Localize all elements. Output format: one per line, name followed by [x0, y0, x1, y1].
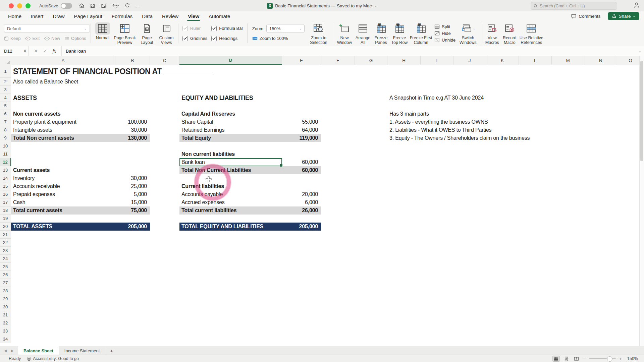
arrange-all-button[interactable]: Arrange All: [354, 21, 372, 46]
status-normal-view-button[interactable]: [552, 356, 560, 362]
cell-E18[interactable]: 26,000: [282, 206, 321, 215]
column-header-E[interactable]: E: [282, 56, 321, 65]
cell-D20[interactable]: TOTAL EQUITY AND LIABILITIES: [179, 223, 282, 231]
select-all-corner[interactable]: [0, 56, 11, 65]
autosave-toggle[interactable]: [61, 3, 72, 9]
zoom-to-selection-button[interactable]: Zoom to Selection: [307, 21, 331, 46]
keep-sheet-view-button[interactable]: Keep: [4, 36, 20, 41]
zoom-slider[interactable]: [589, 358, 616, 359]
cell-D9[interactable]: Total Equity: [179, 134, 282, 142]
row-header-26[interactable]: 26: [0, 271, 11, 279]
cell-A17[interactable]: Cash: [11, 198, 25, 206]
formula-enter-icon[interactable]: ✓: [43, 48, 47, 54]
sheet-view-options-button[interactable]: Options: [65, 36, 86, 41]
cell-A18[interactable]: Total current assets: [11, 206, 115, 215]
row-header-30[interactable]: 30: [0, 303, 11, 311]
row-header-8[interactable]: 8: [0, 126, 11, 134]
new-sheet-view-button[interactable]: New: [44, 36, 60, 41]
name-box[interactable]: D12 ▲▼: [0, 46, 29, 56]
save-as-icon[interactable]: [101, 3, 106, 8]
freeze-first-column-button[interactable]: ✳ Freeze First Column: [409, 21, 433, 46]
row-header-25[interactable]: 25: [0, 263, 11, 271]
row-header-20[interactable]: 20: [0, 223, 11, 231]
cell-B15[interactable]: 25,000: [115, 182, 150, 190]
name-box-stepper[interactable]: ▲▼: [24, 49, 26, 53]
column-header-A[interactable]: A: [11, 56, 115, 65]
cell-H7[interactable]: 1. Assets - everything the business OWNS: [387, 118, 488, 126]
document-title[interactable]: Basic Financial Statements — Saved to my…: [275, 3, 372, 8]
row-header-3[interactable]: 3: [0, 86, 11, 94]
hide-button[interactable]: Hide: [434, 31, 455, 36]
cell-A9[interactable]: Total Non current assets: [11, 134, 115, 142]
ribbon-tab-automate[interactable]: Automate: [204, 11, 235, 21]
cell-E16[interactable]: 20,000: [282, 190, 321, 198]
row-header-22[interactable]: 22: [0, 239, 11, 247]
view-macros-button[interactable]: View Macros: [483, 21, 501, 46]
headings-checkbox[interactable]: Headings: [211, 36, 243, 41]
cell-B17[interactable]: 15,000: [115, 198, 150, 206]
cell-A16[interactable]: Prepaid expenses: [11, 190, 55, 198]
row-header-11[interactable]: 11: [0, 150, 11, 158]
row-header-32[interactable]: 32: [0, 319, 11, 327]
column-header-H[interactable]: H: [387, 56, 421, 65]
cell-E12[interactable]: 60,000: [282, 158, 321, 166]
zoom-level-dropdown[interactable]: 150% ⌄: [266, 24, 305, 33]
row-header-1[interactable]: 1: [0, 65, 11, 78]
ribbon-tab-data[interactable]: Data: [137, 11, 157, 21]
column-header-G[interactable]: G: [355, 56, 387, 65]
cell-D4[interactable]: EQUITY AND LIABILITIES: [179, 94, 253, 102]
row-header-31[interactable]: 31: [0, 311, 11, 319]
row-header-27[interactable]: 27: [0, 279, 11, 287]
more-commands-icon[interactable]: …: [135, 3, 141, 9]
sheet-tab-balance-sheet[interactable]: Balance Sheet: [18, 346, 59, 355]
exit-sheet-view-button[interactable]: Exit: [25, 36, 40, 41]
zoom-to-100-button[interactable]: 100 Zoom to 100%: [252, 36, 305, 41]
cell-A8[interactable]: Intangible assets: [11, 126, 52, 134]
row-header-17[interactable]: 17: [0, 198, 11, 206]
cell-A2[interactable]: Also called a Balance Sheet: [11, 78, 78, 86]
row-header-29[interactable]: 29: [0, 295, 11, 303]
cell-A6[interactable]: Non current assets: [11, 110, 60, 118]
next-sheet-icon[interactable]: ▶: [11, 349, 13, 353]
column-header-C[interactable]: C: [150, 56, 179, 65]
column-header-J[interactable]: J: [453, 56, 486, 65]
status-page-break-button[interactable]: [573, 356, 580, 361]
cell-D17[interactable]: Accrued expenses: [179, 198, 224, 206]
column-header-F[interactable]: F: [321, 56, 355, 65]
row-header-33[interactable]: 33: [0, 327, 11, 335]
record-macro-button[interactable]: Record Macro: [501, 21, 518, 46]
page-break-preview-button[interactable]: Page Break Preview: [112, 21, 137, 46]
row-header-6[interactable]: 6: [0, 110, 11, 118]
row-header-13[interactable]: 13: [0, 166, 11, 174]
cell-B8[interactable]: 30,000: [115, 126, 150, 134]
cell-A7[interactable]: Property plant & equipment: [11, 118, 76, 126]
cell-A20[interactable]: TOTAL ASSETS: [11, 223, 115, 231]
ribbon-tab-formulas[interactable]: Formulas: [107, 11, 138, 21]
row-header-18[interactable]: 18: [0, 206, 11, 215]
cell-D6[interactable]: Capital And Reserves: [179, 110, 235, 118]
row-header-15[interactable]: 15: [0, 182, 11, 190]
close-window-button[interactable]: [9, 3, 14, 8]
row-header-14[interactable]: 14: [0, 174, 11, 182]
new-window-button[interactable]: New Window: [335, 21, 354, 46]
redo-icon[interactable]: [124, 3, 130, 8]
ribbon-tab-view[interactable]: View: [183, 11, 204, 21]
switch-windows-button[interactable]: ⌄ Switch Windows: [457, 21, 479, 46]
home-icon[interactable]: [79, 3, 85, 9]
cell-H4[interactable]: A Snapshot in Time e.g AT 30 June 2024: [387, 94, 484, 102]
row-header-2[interactable]: 2: [0, 78, 11, 86]
unhide-button[interactable]: Unhide: [434, 38, 455, 43]
normal-view-button[interactable]: Normal: [93, 21, 112, 46]
cell-A1[interactable]: STATEMENT OF FINANCIAL POSITION AT _____…: [11, 65, 213, 78]
row-header-23[interactable]: 23: [0, 247, 11, 255]
sheet-view-dropdown[interactable]: Default ⌄: [4, 24, 90, 33]
row-header-24[interactable]: 24: [0, 255, 11, 263]
comments-button[interactable]: Comments: [571, 14, 600, 19]
cell-H6[interactable]: Has 3 main parts: [387, 110, 429, 118]
cell-D16[interactable]: Accounts payable: [179, 190, 223, 198]
row-header-5[interactable]: 5: [0, 102, 11, 110]
cell-B9[interactable]: 130,000: [115, 134, 150, 142]
account-icon[interactable]: [633, 2, 640, 10]
row-header-9[interactable]: 9: [0, 134, 11, 142]
cell-A13[interactable]: Current assets: [11, 166, 50, 174]
